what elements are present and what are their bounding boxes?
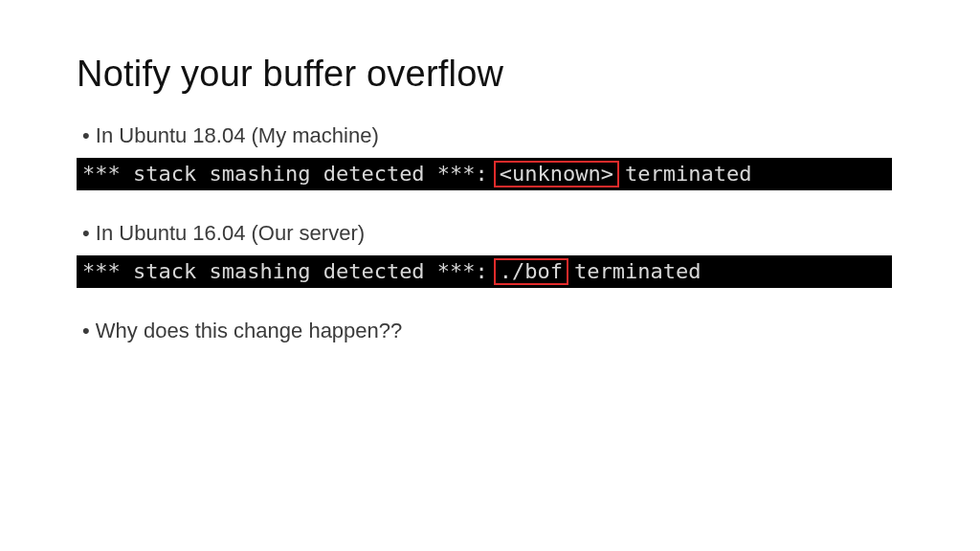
bullet-ubuntu-1604: In Ubuntu 16.04 (Our server): [77, 221, 903, 246]
terminal-output-1804: *** stack smashing detected ***: <unknow…: [77, 158, 892, 190]
bullet-question: Why does this change happen??: [77, 319, 903, 343]
terminal-highlight-bof: ./bof: [494, 258, 568, 285]
terminal-text-prefix: *** stack smashing detected ***:: [80, 162, 490, 187]
terminal-output-1604: *** stack smashing detected ***: ./bof t…: [77, 255, 892, 288]
slide-title: Notify your buffer overflow: [77, 54, 903, 95]
terminal-text-prefix: *** stack smashing detected ***:: [80, 259, 490, 284]
terminal-text-suffix: terminated: [623, 162, 753, 187]
terminal-highlight-unknown: <unknown>: [494, 161, 619, 187]
bullet-ubuntu-1804: In Ubuntu 18.04 (My machine): [77, 123, 903, 148]
terminal-text-suffix: terminated: [572, 259, 702, 284]
slide: Notify your buffer overflow In Ubuntu 18…: [0, 0, 980, 551]
